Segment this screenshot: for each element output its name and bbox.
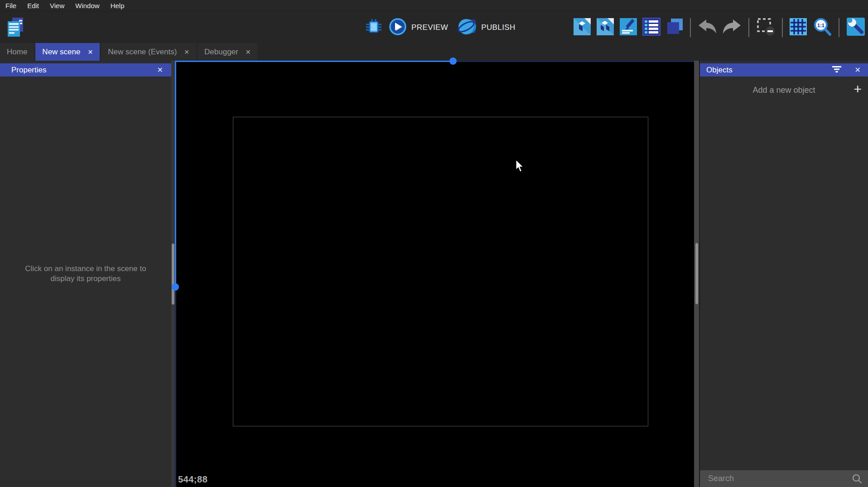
canvas-scrollbar-thumb[interactable]	[695, 243, 698, 304]
properties-panel-header: Properties ✕	[0, 63, 171, 76]
menu-edit[interactable]: Edit	[26, 2, 40, 10]
tab-debugger[interactable]: Debugger ✕	[198, 43, 257, 61]
objects-search-input[interactable]	[700, 470, 852, 487]
edit-scene-button[interactable]	[619, 18, 637, 38]
filter-icon	[831, 66, 842, 75]
add-object-row[interactable]: Add a new object +	[700, 82, 868, 98]
objects-title: Objects	[706, 66, 733, 75]
cursor-coordinates-label: 544;88	[178, 474, 207, 485]
objects-panel-header: Objects ✕	[700, 63, 868, 76]
debug-bug-icon	[364, 17, 384, 38]
grid-icon	[789, 18, 807, 38]
zoom-original-button[interactable]: 1:1	[812, 17, 832, 38]
objects-editor-icon	[573, 18, 591, 38]
objects-filter-button[interactable]	[831, 66, 842, 75]
mouse-cursor	[516, 159, 526, 176]
deselect-all-button[interactable]	[756, 17, 776, 38]
scene-settings-button[interactable]	[846, 17, 866, 38]
preview-label: PREVIEW	[411, 23, 448, 32]
scene-editor-canvas[interactable]: 544;88	[175, 61, 694, 487]
selection-border-left-dim	[175, 287, 176, 487]
objects-panel: Objects ✕ Add a new object +	[700, 61, 868, 487]
selection-handle-left[interactable]	[172, 283, 179, 291]
project-manager-icon	[7, 17, 24, 39]
object-groups-icon	[596, 18, 614, 38]
toolbar-separator	[748, 18, 749, 37]
add-object-plus-icon[interactable]: +	[854, 81, 862, 97]
tab-close-icon[interactable]: ✕	[184, 48, 189, 56]
toolbar-separator	[839, 18, 839, 37]
editor-tab-bar: Home New scene ✕ New scene (Events) ✕ De…	[0, 43, 868, 61]
zoom-1-1-icon: 1:1	[812, 17, 832, 38]
toolbar-center-group: PREVIEW PUBLISH	[364, 17, 519, 38]
publish-globe-icon	[457, 17, 477, 38]
debug-button[interactable]	[364, 17, 384, 38]
redo-button[interactable]	[722, 19, 742, 37]
toolbar-separator	[690, 18, 691, 37]
menu-help[interactable]: Help	[110, 2, 125, 10]
gdevelop-window: File Edit View Window Help	[0, 0, 868, 487]
layers-icon	[665, 18, 684, 38]
tab-new-scene-events[interactable]: New scene (Events) ✕	[101, 43, 196, 61]
tab-debugger-label: Debugger	[204, 48, 238, 57]
objects-close-icon[interactable]: ✕	[855, 66, 861, 74]
preview-button[interactable]: PREVIEW	[389, 18, 452, 38]
menu-view[interactable]: View	[49, 2, 65, 10]
properties-title: Properties	[11, 66, 46, 75]
instances-list-button[interactable]	[642, 18, 661, 38]
tab-new-scene[interactable]: New scene ✕	[35, 43, 100, 61]
svg-text:1:1: 1:1	[817, 23, 825, 28]
selection-border-top	[175, 61, 457, 62]
properties-empty-message: Click on an instance in the scene to dis…	[23, 264, 149, 284]
toolbar-separator	[782, 18, 783, 37]
instances-list-icon	[642, 18, 661, 38]
search-icon	[852, 473, 868, 484]
tab-new-scene-label: New scene	[42, 48, 80, 57]
redo-arrow-icon	[722, 19, 742, 37]
properties-close-icon[interactable]: ✕	[157, 66, 163, 74]
toggle-grid-button[interactable]	[789, 18, 807, 38]
publish-label: PUBLISH	[481, 23, 516, 32]
object-groups-button[interactable]	[596, 18, 614, 38]
content-area: Properties ✕ Click on an instance in the…	[0, 61, 868, 487]
project-manager-button[interactable]	[7, 17, 24, 39]
properties-scrollbar-thumb[interactable]	[172, 244, 174, 305]
tab-close-icon[interactable]: ✕	[246, 48, 251, 56]
undo-arrow-icon	[697, 19, 717, 37]
preview-play-icon	[389, 18, 407, 38]
menu-window[interactable]: Window	[74, 2, 100, 10]
objects-editor-button[interactable]	[573, 18, 591, 38]
menu-bar: File Edit View Window Help	[0, 0, 868, 11]
properties-panel: Properties ✕ Click on an instance in the…	[0, 61, 171, 487]
scene-window-bounds	[233, 117, 648, 426]
selection-handle-top[interactable]	[449, 57, 457, 65]
menu-file[interactable]: File	[5, 2, 17, 10]
tab-close-icon[interactable]: ✕	[87, 48, 93, 56]
tab-home[interactable]: Home	[0, 43, 34, 61]
publish-button[interactable]: PUBLISH	[457, 17, 519, 38]
selection-border-left	[175, 61, 176, 287]
main-toolbar: PREVIEW PUBLISH	[0, 11, 868, 43]
objects-search-bar	[700, 470, 868, 487]
selection-border-top-dim	[457, 61, 694, 62]
undo-button[interactable]	[697, 19, 717, 37]
layers-button[interactable]	[665, 18, 684, 38]
tab-home-label: Home	[7, 48, 27, 57]
toolbar-right-group: 1:1	[573, 17, 866, 38]
wrench-icon	[846, 17, 866, 38]
deselect-selection-icon	[756, 17, 776, 38]
tab-new-scene-events-label: New scene (Events)	[108, 48, 177, 57]
add-object-label: Add a new object	[752, 86, 815, 95]
edit-scene-pencil-icon	[619, 18, 637, 38]
